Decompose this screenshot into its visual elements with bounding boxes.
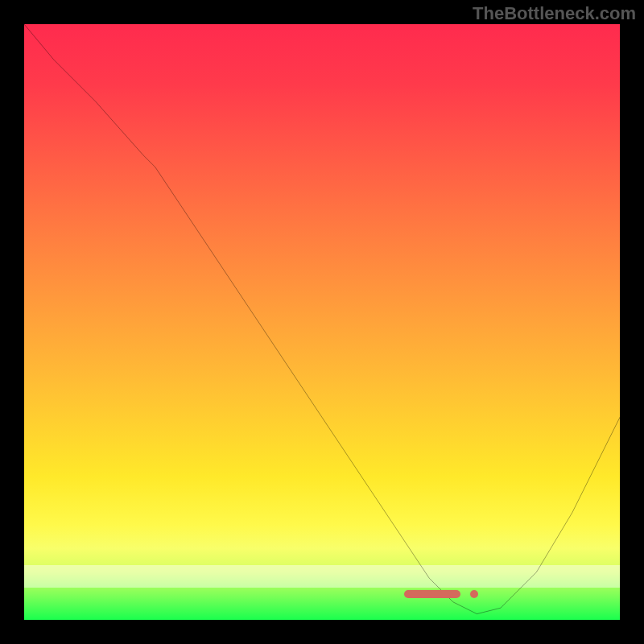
chart-frame: TheBottleneck.com — [0, 0, 644, 644]
watermark-text: TheBottleneck.com — [473, 3, 636, 24]
bottleneck-curve — [24, 24, 620, 620]
plot-area — [24, 24, 620, 620]
